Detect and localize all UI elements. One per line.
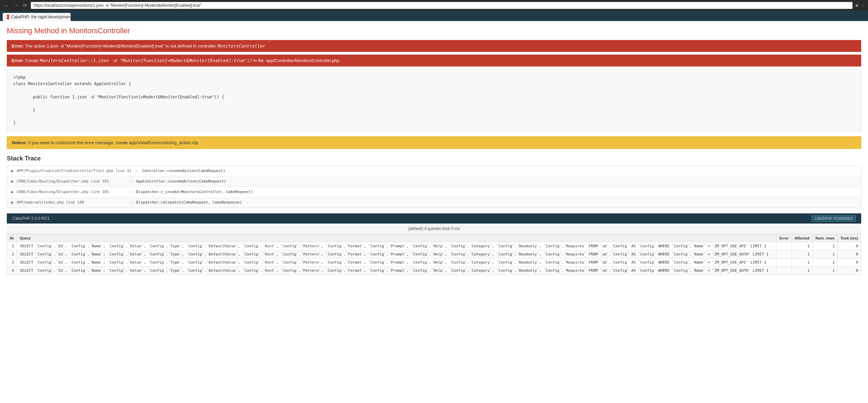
browser-actions: ★ ⋮ [855, 3, 865, 8]
forward-button[interactable]: → [12, 2, 20, 9]
stack-file: CORE/Cake/Routing/Dispatcher.php line 16… [17, 190, 125, 194]
footer: CakePHP 2.5.0-RC1 CAKEPHP POWERED [7, 213, 861, 224]
error1-prefix: Error: [12, 43, 24, 49]
stack-method: Controller->invokeAction(CakeRequest) [142, 169, 225, 173]
back-button[interactable]: ← [3, 2, 10, 9]
page-content: Missing Method in MonitorsController Err… [0, 21, 868, 280]
error2-method: MonitorsController::1.json -d "Monitor[F… [39, 58, 252, 63]
query-cell [777, 242, 792, 250]
query-col-header: Error [777, 234, 792, 242]
footer-badge-label: CAKEPHP [815, 216, 832, 220]
stack-arrow: → [135, 169, 139, 173]
query-cell: 1 [7, 242, 17, 250]
query-row: 3SELECT `Config`.`Id`, `Config`.`Name`, … [7, 258, 861, 266]
stack-method: Dispatcher->_invoke(MonitorsController, … [136, 190, 253, 194]
stack-trace-list: ▶APP/Plugin/Crud/Lib/CrudControllerTrait… [7, 166, 861, 208]
stack-arrow: → [129, 200, 133, 205]
query-cell: 0 [837, 250, 861, 258]
tab-bar: C CakePHP: the rapid development php fra… [0, 11, 868, 21]
notice-text: If you want to customize this error mess… [28, 140, 198, 145]
stack-trace-item[interactable]: ▶CORE/Cake/Routing/Dispatcher.php line 1… [7, 187, 861, 197]
error2-text-after: in file: app/Controller/MonitorsControll… [253, 58, 340, 63]
query-cell [777, 250, 792, 258]
query-row: 1SELECT `Config`.`Id`, `Config`.`Name`, … [7, 242, 861, 250]
query-cell: 1 [792, 258, 812, 266]
query-cell: 1 [812, 266, 837, 274]
query-cell: SELECT `Config`.`Id`, `Config`.`Name`, `… [17, 258, 777, 266]
query-cell: 1 [812, 242, 837, 250]
query-col-header: Query [17, 234, 777, 242]
query-cell: 4 [7, 266, 17, 274]
query-cell: 3 [7, 258, 17, 266]
query-col-header: Num. rows [812, 234, 837, 242]
queries-table: NrQueryErrorAffectedNum. rowsTook (ms) 1… [7, 234, 861, 275]
query-cell: SELECT `Config`.`Id`, `Config`.`Name`, `… [17, 250, 777, 258]
stack-method: Dispatcher->dispatch(CakeRequest, CakeRe… [136, 200, 242, 205]
browser-tab[interactable]: C CakePHP: the rapid development php fra… [3, 13, 71, 21]
query-cell: 1 [792, 242, 812, 250]
query-cell: 1 [812, 250, 837, 258]
query-cell: SELECT `Config`.`Id`, `Config`.`Name`, `… [17, 242, 777, 250]
error2-prefix: Error: [12, 58, 24, 63]
query-cell: 1 [812, 258, 837, 266]
url-bar[interactable] [31, 2, 853, 9]
stack-file: CORE/Cake/Routing/Dispatcher.php line 19… [17, 179, 125, 184]
query-cell: 0 [837, 266, 861, 274]
query-cell [777, 266, 792, 274]
query-cell: 1 [792, 250, 812, 258]
query-col-header: Nr [7, 234, 17, 242]
stack-arrow: → [129, 190, 133, 194]
query-cell: 1 [792, 266, 812, 274]
stack-trace-item[interactable]: ▶APP/webroot/index.php line 108→Dispatch… [7, 197, 861, 208]
query-col-header: Affected [792, 234, 812, 242]
browser-chrome: ← → ⟳ ★ ⋮ [0, 0, 868, 11]
stack-bullet: ▶ [11, 169, 14, 173]
footer-badge-sub: POWERED [833, 216, 853, 220]
query-cell [777, 258, 792, 266]
code-block: <?php class MonitorsController extends A… [7, 69, 861, 132]
tab-favicon: C [7, 15, 9, 19]
footer-version: CakePHP 2.5.0-RC1 [12, 216, 50, 221]
stack-bullet: ▶ [11, 190, 14, 194]
notice-prefix: Notice: [12, 140, 27, 145]
queries-header: (default) 4 queries took 0 ms [7, 224, 861, 234]
stack-file: APP/Plugin/Crud/Lib/CrudControllerTrait.… [17, 169, 131, 173]
query-cell: 2 [7, 250, 17, 258]
stack-trace-item[interactable]: ▶APP/Plugin/Crud/Lib/CrudControllerTrait… [7, 166, 861, 176]
error2-text-before: Create [25, 58, 40, 63]
reload-button[interactable]: ⟳ [22, 2, 29, 9]
stack-arrow: → [129, 179, 133, 184]
stack-bullet: ▶ [11, 179, 14, 183]
query-cell: 0 [837, 242, 861, 250]
query-row: 4SELECT `Config`.`Id`, `Config`.`Name`, … [7, 266, 861, 274]
query-row: 2SELECT `Config`.`Id`, `Config`.`Name`, … [7, 250, 861, 258]
error-box-2: Error: Create MonitorsController::1.json… [7, 55, 861, 66]
stack-method: AppController->invokeAction(CakeRequest) [136, 179, 226, 184]
footer-badge: CAKEPHP POWERED [812, 215, 856, 222]
query-cell: SELECT `Config`.`Id`, `Config`.`Name`, `… [17, 266, 777, 274]
stack-trace-item[interactable]: ▶CORE/Cake/Routing/Dispatcher.php line 1… [7, 176, 861, 187]
error-box-1: Error: The action 1.json -d "Monitor[Fun… [7, 40, 861, 52]
stack-bullet: ▶ [11, 200, 14, 204]
tab-title: CakePHP: the rapid development php frame… [11, 15, 71, 19]
error1-text: The action 1.json -d "Monitor[Function]=… [25, 43, 217, 49]
page-title: Missing Method in MonitorsController [7, 26, 861, 35]
stack-file: APP/webroot/index.php line 108 [17, 200, 125, 205]
stack-trace-title: Stack Trace [7, 155, 861, 162]
query-col-header: Took (ms) [837, 234, 861, 242]
notice-box: Notice: If you want to customize this er… [7, 136, 861, 149]
error1-controller: MonitorsController [217, 43, 265, 49]
query-cell: 0 [837, 258, 861, 266]
